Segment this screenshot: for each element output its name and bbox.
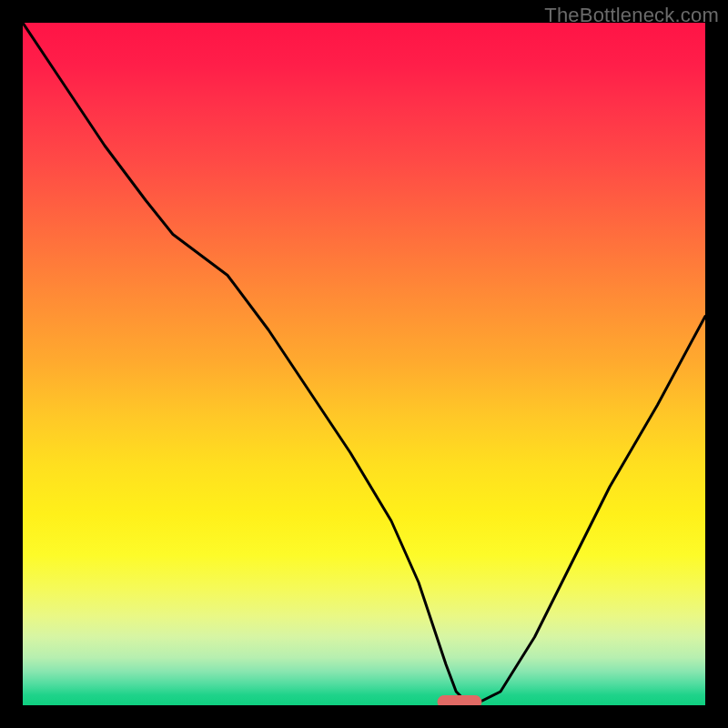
bottleneck-curve <box>23 23 705 702</box>
chart-overlay <box>23 23 705 705</box>
plot-area <box>23 23 705 705</box>
chart-frame: TheBottleneck.com <box>0 0 728 728</box>
optimal-marker <box>438 696 481 706</box>
watermark-text: TheBottleneck.com <box>544 4 719 27</box>
